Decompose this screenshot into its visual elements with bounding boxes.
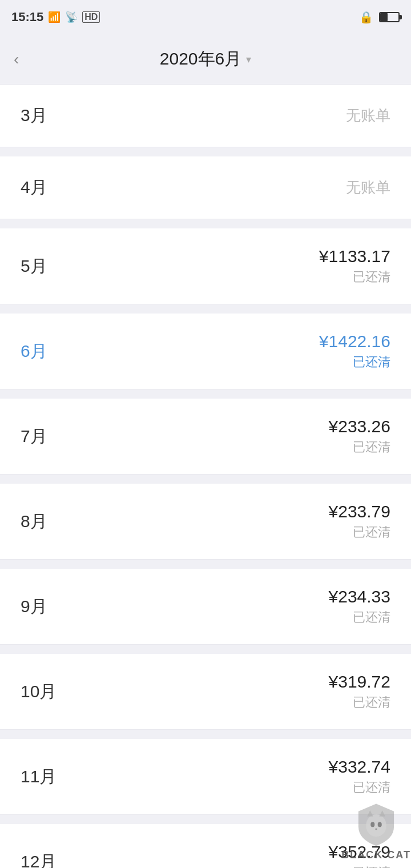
bill-month-label: 7月 — [21, 425, 47, 448]
bill-amount: ¥319.72 — [329, 672, 390, 692]
bill-status: 已还清 — [353, 694, 390, 711]
signal-icon: 📶 — [48, 11, 61, 23]
bill-item[interactable]: 8月¥233.79已还清 — [0, 484, 411, 560]
bill-item[interactable]: 6月¥1422.16已还清 — [0, 314, 411, 389]
bill-month-label: 4月 — [21, 176, 47, 199]
page-header: ‹ 2020年6月 ▾ — [0, 34, 411, 85]
bill-month-label: 3月 — [21, 104, 47, 127]
bill-item[interactable]: 12月¥352.79已还清 — [0, 824, 411, 868]
back-button[interactable]: ‹ — [14, 50, 19, 69]
bill-month-label: 12月 — [21, 850, 57, 869]
bill-status: 已还清 — [353, 864, 390, 868]
bill-month-label: 5月 — [21, 255, 47, 278]
bill-status: 已还清 — [353, 353, 390, 371]
header-title-container: 2020年6月 ▾ — [160, 47, 251, 71]
lock-icon: 🔒 — [359, 10, 373, 24]
bill-amount: ¥352.79 — [329, 842, 390, 862]
bill-item[interactable]: 9月¥234.33已还清 — [0, 569, 411, 645]
bill-month-label: 6月 — [21, 340, 47, 363]
bill-month-label: 11月 — [21, 765, 57, 789]
bill-no-statement: 无账单 — [346, 106, 390, 126]
bill-amount: ¥234.33 — [329, 587, 390, 606]
bill-no-statement: 无账单 — [346, 178, 390, 198]
bill-right: ¥332.74已还清 — [329, 757, 390, 796]
bill-item[interactable]: 7月¥233.26已还清 — [0, 399, 411, 475]
bill-right: ¥234.33已还清 — [329, 587, 390, 626]
bill-status: 已还清 — [353, 779, 390, 796]
bill-amount: ¥1133.17 — [319, 247, 390, 266]
bill-right: ¥1422.16已还清 — [319, 332, 390, 371]
bill-status: 已还清 — [353, 268, 390, 286]
battery-icon — [379, 12, 400, 22]
bill-item[interactable]: 3月无账单 — [0, 85, 411, 147]
status-bar: 15:15 📶 📡 HD 🔒 — [0, 0, 411, 34]
bill-status: 已还清 — [353, 524, 390, 541]
dropdown-icon[interactable]: ▾ — [246, 53, 251, 66]
bill-item[interactable]: 10月¥319.72已还清 — [0, 654, 411, 730]
bill-list: 3月无账单4月无账单5月¥1133.17已还清6月¥1422.16已还清7月¥2… — [0, 85, 411, 868]
bill-month-label: 9月 — [21, 595, 47, 618]
bill-right: ¥319.72已还清 — [329, 672, 390, 711]
bill-item[interactable]: 5月¥1133.17已还清 — [0, 228, 411, 304]
header-title-text: 2020年6月 — [160, 47, 241, 71]
bill-item[interactable]: 11月¥332.74已还清 — [0, 739, 411, 815]
bill-amount: ¥1422.16 — [319, 332, 390, 351]
hd-badge: HD — [82, 11, 100, 23]
bill-right: ¥233.79已还清 — [329, 502, 390, 541]
bill-item[interactable]: 4月无账单 — [0, 156, 411, 219]
bill-month-label: 8月 — [21, 510, 47, 533]
bill-status: 已还清 — [353, 609, 390, 626]
time-display: 15:15 — [11, 10, 43, 25]
bill-right: ¥1133.17已还清 — [319, 247, 390, 286]
status-icons: 🔒 — [359, 10, 400, 24]
status-time: 15:15 📶 📡 HD — [11, 10, 100, 25]
bill-right: ¥352.79已还清 — [329, 842, 390, 868]
bill-status: 已还清 — [353, 439, 390, 456]
bill-right: ¥233.26已还清 — [329, 417, 390, 456]
wifi-icon: 📡 — [65, 11, 78, 23]
bill-amount: ¥233.26 — [329, 417, 390, 436]
bill-amount: ¥332.74 — [329, 757, 390, 777]
bill-month-label: 10月 — [21, 680, 57, 704]
bill-right: 无账单 — [346, 178, 390, 198]
bill-amount: ¥233.79 — [329, 502, 390, 521]
bill-right: 无账单 — [346, 106, 390, 126]
